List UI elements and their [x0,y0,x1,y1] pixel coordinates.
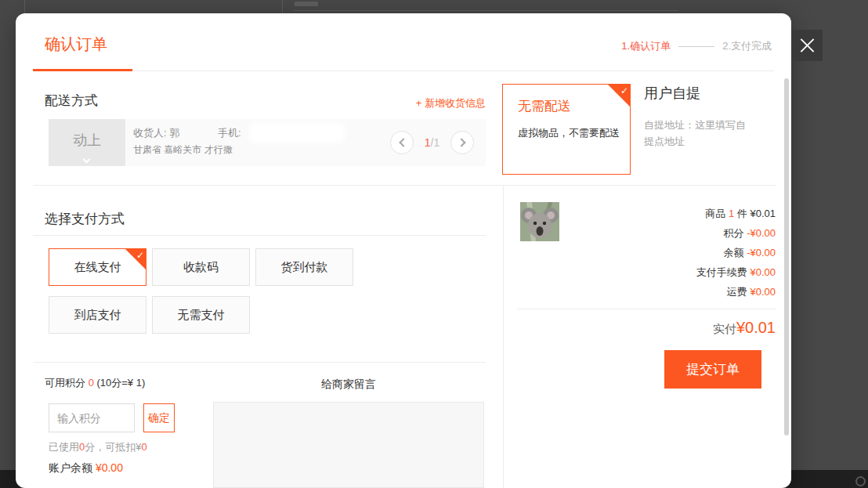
payment-method-label: 在线支付 [74,260,121,275]
payment-section-heading: 选择支付方式 [45,210,125,228]
step-payment-complete: 2.支付完成 [722,39,772,53]
payment-method-qr[interactable]: 收款码 [152,248,250,286]
active-tab-underline [33,69,132,71]
order-fee-lines: 商品 1 件 ¥0.01 积分 -¥0.00 余额 -¥0.00 支付手续费 ¥… [517,204,776,302]
points-confirm-button[interactable]: 确定 [143,403,175,432]
submit-order-label: 提交订单 [686,360,740,378]
submit-order-button[interactable]: 提交订单 [664,350,761,389]
fee-row-shipping: 运费 ¥0.00 [517,282,776,302]
account-balance: 账户余额 ¥0.00 [49,461,123,475]
option-description: 虚拟物品，不需要配送 [518,126,620,140]
total-label: 实付 [713,322,736,335]
address-page-indicator: 1/1 [414,136,450,149]
background-divider [24,0,25,13]
merchant-message-label: 给商家留言 [213,378,484,392]
receiver-name: 收货人: 郭 [133,126,179,140]
fee-row-item: 商品 1 件 ¥0.01 [517,204,776,223]
address-tag-dropdown[interactable]: 动上 [49,119,125,166]
payment-method-label: 到店支付 [74,308,121,323]
modal-scrollbar[interactable] [784,78,789,436]
points-input[interactable] [49,403,135,432]
chevron-right-icon [457,138,465,146]
step-confirm-order: 1.确认订单 [621,39,671,53]
total-row: 实付¥0.01 [517,319,776,337]
total-value: ¥0.01 [736,319,776,336]
phone-number-redacted [249,122,345,143]
check-icon: ✓ [620,85,628,96]
chevron-down-icon [83,156,91,164]
page-title: 确认订单 [45,34,107,55]
payment-method-none[interactable]: 无需支付 [152,296,250,334]
address-card[interactable]: 动上 收货人: 郭 手机: 甘肃省 嘉峪关市 才行撒 1/1 [49,119,486,166]
background-text-remnant [295,2,318,6]
available-points-label: 可用积分 0 (10分=¥ 1) [45,376,145,390]
payment-method-cod[interactable]: 货到付款 [255,248,353,286]
option-title: 无需配送 [518,97,571,115]
check-icon: ✓ [136,250,144,261]
prev-address-button[interactable] [390,131,414,154]
background-divider [282,0,283,13]
header-divider [33,70,774,71]
option-title: 用户自提 [644,84,761,103]
fee-row-service: 支付手续费 ¥0.00 [517,262,776,282]
phone-label: 手机: [218,126,241,140]
payment-method-label: 货到付款 [281,260,328,275]
address-region: 甘肃省 嘉峪关市 才行撒 [133,143,233,157]
step-connector [678,46,714,47]
section-divider [33,185,776,186]
address-pager: 1/1 [390,131,474,154]
add-address-link[interactable]: + 新增收货信息 [33,96,486,110]
order-confirm-modal: 确认订单 1.确认订单 2.支付完成 配送方式 + 新增收货信息 动上 收货人:… [16,13,791,488]
background-floating-button [855,476,866,486]
points-section-divider [33,362,486,363]
payment-method-label: 收款码 [183,260,219,275]
summary-divider [517,309,776,309]
close-button[interactable] [791,30,823,61]
payment-method-label: 无需支付 [178,308,225,323]
address-tag-label: 动上 [73,132,101,148]
chevron-left-icon [399,138,407,146]
fee-row-points: 积分 -¥0.00 [517,223,776,243]
background-divider [293,10,678,11]
next-address-button[interactable] [450,131,474,154]
delivery-option-no-shipping[interactable]: ✓ 无需配送 虚拟物品，不需要配送 [502,84,631,175]
points-usage-note: 已使用0分，可抵扣¥0 [49,440,147,454]
payment-heading-divider [33,235,486,236]
checkout-steps: 1.确认订单 2.支付完成 [621,39,772,53]
option-description: 自提地址：这里填写自提点地址 [644,117,749,150]
column-divider [503,185,504,488]
merchant-message-textarea[interactable] [213,402,484,488]
fee-row-balance: 余额 -¥0.00 [517,243,776,262]
payment-method-online[interactable]: ✓ 在线支付 [49,248,146,286]
payment-method-instore[interactable]: 到店支付 [49,296,146,334]
delivery-option-pickup[interactable]: 用户自提 自提地址：这里填写自提点地址 [644,84,761,150]
